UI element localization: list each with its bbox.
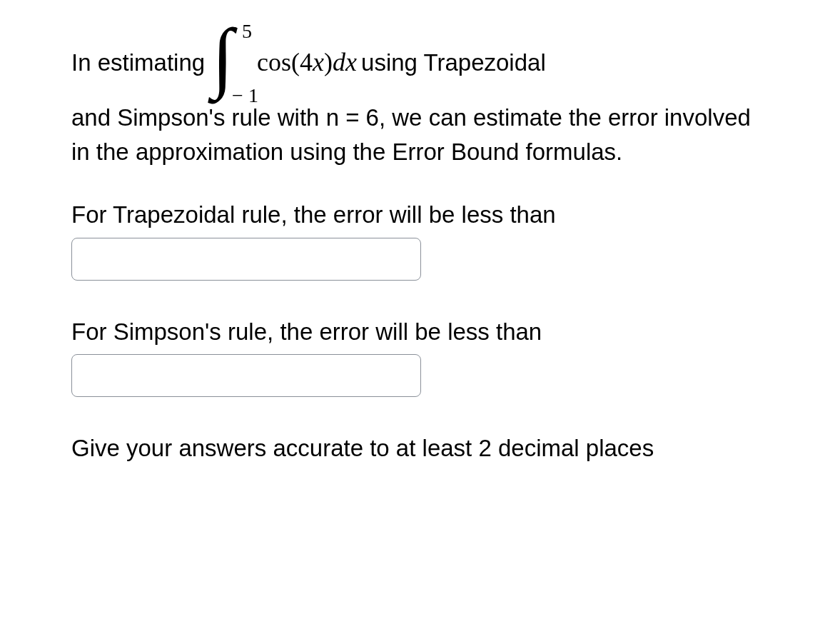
simpson-label: For Simpson's rule, the error will be le…: [71, 315, 764, 349]
integrand-var: x: [313, 48, 324, 76]
statement-line-1: In estimating ∫ 5 − 1 cos(4x)dx using Tr…: [71, 29, 764, 96]
integral-upper-limit: 5: [242, 17, 252, 46]
problem-content: In estimating ∫ 5 − 1 cos(4x)dx using Tr…: [71, 29, 764, 466]
simpson-answer-input[interactable]: [71, 354, 421, 397]
integrand-func: cos: [257, 48, 291, 76]
integrand-coef: 4: [300, 48, 313, 76]
intro-suffix: using Trapezoidal: [361, 46, 546, 80]
integral-symbol: ∫: [212, 23, 233, 91]
statement-continuation: and Simpson's rule with n = 6, we can es…: [71, 101, 764, 169]
simpson-section: For Simpson's rule, the error will be le…: [71, 315, 764, 398]
integral-sign: ∫ 5 − 1: [212, 29, 251, 96]
integral-expression: ∫ 5 − 1 cos(4x)dx: [212, 29, 357, 96]
accuracy-note: Give your answers accurate to at least 2…: [71, 431, 764, 466]
integral-lower-limit: − 1: [232, 81, 258, 111]
integrand-dvar: x: [345, 48, 357, 76]
trapezoidal-section: For Trapezoidal rule, the error will be …: [71, 198, 764, 281]
integrand: cos(4x)dx: [257, 44, 357, 81]
paren-close: ): [324, 48, 333, 76]
trapezoidal-answer-input[interactable]: [71, 238, 421, 281]
intro-prefix: In estimating: [71, 46, 205, 80]
integrand-d: d: [333, 48, 345, 76]
paren-open: (: [291, 48, 300, 76]
trapezoidal-label: For Trapezoidal rule, the error will be …: [71, 198, 764, 232]
problem-statement: In estimating ∫ 5 − 1 cos(4x)dx using Tr…: [71, 29, 764, 169]
